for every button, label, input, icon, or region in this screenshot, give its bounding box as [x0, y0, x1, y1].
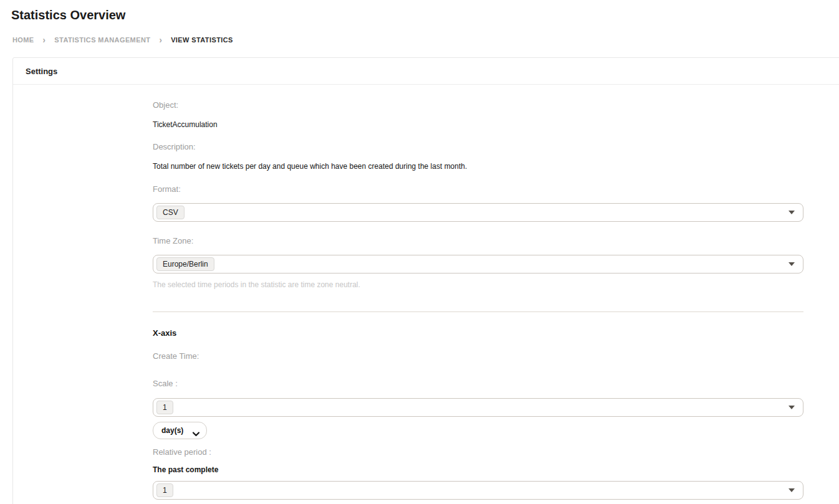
scale-label: Scale : [153, 379, 803, 388]
relative-period-select[interactable]: 1 [153, 481, 803, 500]
relative-period-label: Relative period : [153, 448, 803, 457]
format-selected-chip: CSV [156, 206, 185, 219]
page-title: Statistics Overview [11, 8, 839, 22]
chevron-right-icon: › [159, 35, 162, 44]
object-value: TicketAccumulation [153, 120, 803, 129]
breadcrumb-home[interactable]: HOME [12, 36, 34, 44]
chevron-right-icon: › [43, 35, 46, 44]
timezone-selected-chip: Europe/Berlin [156, 257, 214, 271]
scale-unit-select[interactable]: day(s) [153, 422, 207, 439]
breadcrumb: HOME › STATISTICS MANAGEMENT › VIEW STAT… [12, 36, 839, 44]
scale-select[interactable]: 1 [153, 398, 803, 417]
xaxis-heading: X-axis [153, 329, 803, 338]
timezone-hint: The selected time periods in the statist… [153, 280, 803, 289]
breadcrumb-statistics-management[interactable]: STATISTICS MANAGEMENT [54, 36, 150, 44]
breadcrumb-view-statistics: VIEW STATISTICS [171, 36, 233, 44]
settings-form: Object: TicketAccumulation Description: … [13, 85, 839, 504]
settings-panel-title: Settings [13, 58, 839, 85]
relative-period-selected-chip: 1 [156, 483, 173, 497]
chevron-down-icon [789, 406, 795, 409]
description-label: Description: [153, 143, 803, 151]
scale-unit-value: day(s) [161, 426, 183, 435]
settings-panel: Settings Object: TicketAccumulation Desc… [12, 57, 839, 504]
chevron-down-icon [789, 211, 795, 214]
chevron-down-icon [789, 262, 795, 266]
format-label: Format: [153, 185, 803, 194]
timezone-select[interactable]: Europe/Berlin [153, 255, 803, 273]
relative-period-kind: The past complete [153, 466, 803, 474]
object-label: Object: [153, 101, 803, 110]
timezone-label: Time Zone: [153, 237, 803, 245]
xaxis-element-label: Create Time: [153, 352, 803, 361]
scale-selected-chip: 1 [156, 401, 173, 414]
section-divider [153, 311, 803, 312]
chevron-down-icon [789, 488, 795, 492]
chevron-down-icon [193, 428, 199, 439]
format-select[interactable]: CSV [153, 203, 803, 222]
description-value: Total number of new tickets per day and … [153, 162, 803, 171]
